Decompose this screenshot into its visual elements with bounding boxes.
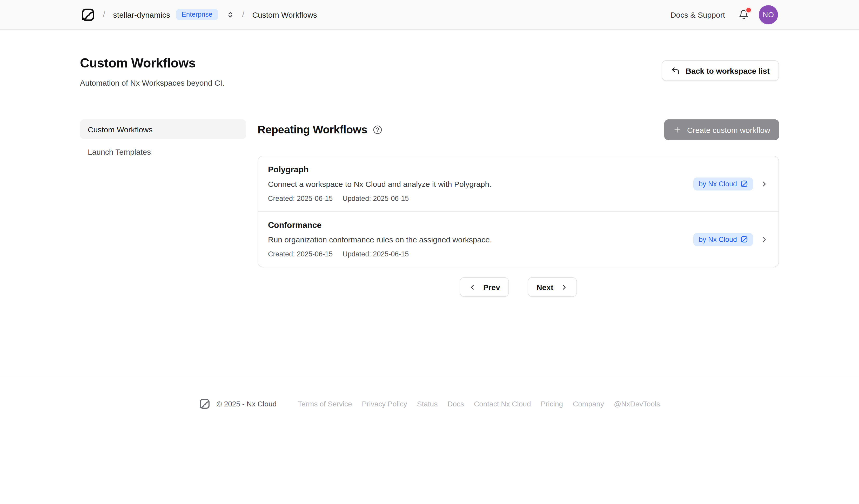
nx-logo-icon — [741, 236, 748, 243]
nx-cloud-app: / stellar-dynamics Enterprise / Custom W… — [0, 0, 859, 504]
workflow-created: Created: 2025-06-15 — [268, 195, 333, 202]
workflow-name: Polygraph — [268, 165, 694, 174]
notifications-button[interactable] — [739, 9, 749, 20]
workflow-description: Run organization conformance rules on th… — [268, 235, 694, 244]
create-custom-workflow-button[interactable]: Create custom workflow — [664, 119, 779, 140]
chevron-right-icon — [760, 235, 769, 244]
workspace-switcher-button[interactable] — [226, 11, 234, 18]
settings-sidebar: Custom Workflows Launch Templates — [80, 119, 246, 164]
sidebar-item-custom-workflows[interactable]: Custom Workflows — [80, 119, 246, 139]
next-label: Next — [537, 282, 553, 291]
chevron-left-icon — [469, 283, 477, 291]
footer-link-status[interactable]: Status — [417, 400, 438, 408]
help-circle-icon[interactable] — [373, 125, 382, 135]
footer-link-nxdevtools[interactable]: @NxDevTools — [614, 400, 660, 408]
section-title: Repeating Workflows — [258, 124, 367, 136]
nx-logo-icon[interactable] — [81, 7, 95, 21]
nx-logo-icon — [199, 398, 210, 410]
sidebar-item-label: Custom Workflows — [88, 125, 153, 134]
page-heading-block: Custom Workflows Automation of Nx Worksp… — [80, 56, 224, 87]
back-to-workspace-list-button[interactable]: Back to workspace list — [662, 60, 779, 81]
prev-label: Prev — [483, 282, 500, 291]
nx-logo-icon — [741, 180, 748, 187]
breadcrumb-separator: / — [242, 9, 244, 20]
workflow-updated: Updated: 2025-06-15 — [343, 250, 409, 258]
by-nx-cloud-badge[interactable]: by Nx Cloud — [694, 233, 753, 246]
page-subtitle: Automation of Nx Workspaces beyond CI. — [80, 78, 224, 87]
breadcrumb-workspace[interactable]: stellar-dynamics — [113, 10, 170, 19]
breadcrumb-current-page: Custom Workflows — [252, 10, 317, 19]
page-footer: © 2025 - Nx Cloud Terms of Service Priva… — [0, 376, 859, 410]
workflow-created: Created: 2025-06-15 — [268, 250, 333, 258]
workflow-row-conformance[interactable]: Conformance Run organization conformance… — [258, 211, 779, 267]
pagination: Prev Next — [258, 277, 779, 297]
plan-badge: Enterprise — [176, 9, 218, 20]
copyright: © 2025 - Nx Cloud — [216, 400, 276, 408]
footer-link-terms[interactable]: Terms of Service — [298, 400, 352, 408]
breadcrumb: / stellar-dynamics Enterprise / Custom W… — [81, 7, 317, 21]
footer-link-docs[interactable]: Docs — [448, 400, 464, 408]
workflow-updated: Updated: 2025-06-15 — [343, 195, 409, 202]
back-button-label: Back to workspace list — [686, 66, 770, 75]
avatar[interactable]: NO — [759, 5, 778, 24]
workflows-list: Polygraph Connect a workspace to Nx Clou… — [258, 156, 779, 267]
footer-link-pricing[interactable]: Pricing — [541, 400, 563, 408]
notification-dot — [746, 8, 751, 13]
footer-link-company[interactable]: Company — [573, 400, 604, 408]
sidebar-item-launch-templates[interactable]: Launch Templates — [80, 142, 246, 162]
prev-page-button[interactable]: Prev — [460, 277, 509, 297]
docs-support-link[interactable]: Docs & Support — [670, 10, 725, 19]
corner-up-left-icon — [671, 66, 680, 75]
footer-link-privacy[interactable]: Privacy Policy — [362, 400, 407, 408]
breadcrumb-separator: / — [103, 9, 105, 20]
workflow-row-polygraph[interactable]: Polygraph Connect a workspace to Nx Clou… — [258, 156, 779, 211]
next-page-button[interactable]: Next — [528, 277, 577, 297]
chevron-right-icon — [760, 179, 769, 188]
footer-links: Terms of Service Privacy Policy Status D… — [298, 400, 660, 408]
sidebar-item-label: Launch Templates — [88, 147, 151, 156]
workflow-description: Connect a workspace to Nx Cloud and anal… — [268, 180, 694, 188]
page-title: Custom Workflows — [80, 56, 224, 71]
plus-icon — [673, 126, 681, 134]
by-nx-cloud-badge[interactable]: by Nx Cloud — [694, 177, 753, 190]
chevron-right-icon — [560, 283, 568, 291]
badge-label: by Nx Cloud — [699, 180, 737, 188]
top-header: / stellar-dynamics Enterprise / Custom W… — [0, 0, 859, 30]
footer-link-contact[interactable]: Contact Nx Cloud — [474, 400, 531, 408]
repeating-workflows-section: Repeating Workflows — [258, 119, 779, 297]
badge-label: by Nx Cloud — [699, 235, 737, 243]
workflow-name: Conformance — [268, 220, 694, 230]
create-button-label: Create custom workflow — [687, 125, 770, 134]
